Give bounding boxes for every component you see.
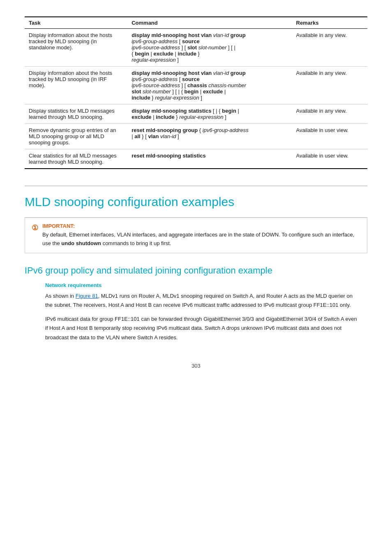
table-row: Display information about the hosts trac… bbox=[25, 29, 367, 67]
paragraph-2: IPv6 multicast data for group FF1E::101 … bbox=[45, 315, 359, 342]
remarks-cell: Available in any view. bbox=[292, 29, 368, 67]
table-header-remarks: Remarks bbox=[292, 17, 368, 29]
remarks-cell: Available in user view. bbox=[292, 124, 368, 149]
network-requirements-section: Network requirements As shown in Figure … bbox=[25, 282, 367, 342]
paragraph-1: As shown in Figure 81, MLDv1 runs on Rou… bbox=[45, 292, 359, 310]
network-req-heading: Network requirements bbox=[45, 282, 359, 288]
task-cell: Clear statistics for all MLD messages le… bbox=[25, 149, 127, 169]
command-cell: reset mld-snooping group { ipv6-group-ad… bbox=[127, 124, 292, 149]
task-cell: Remove dynamic group entries of an MLD s… bbox=[25, 124, 127, 149]
page-number: 303 bbox=[25, 363, 367, 369]
command-cell: display mld-snooping host vlan vlan-id g… bbox=[127, 67, 292, 104]
main-section-heading: MLD snooping configuration examples bbox=[25, 185, 367, 210]
important-box: ① IMPORTANT: By default, Ethernet interf… bbox=[25, 217, 367, 253]
subsection-heading: IPv6 group policy and simulated joining … bbox=[25, 265, 367, 277]
table-row: Display information about the hosts trac… bbox=[25, 67, 367, 104]
command-table: Task Command Remarks Display information… bbox=[25, 16, 367, 169]
table-header-command: Command bbox=[127, 17, 292, 29]
table-row: Clear statistics for all MLD messages le… bbox=[25, 149, 367, 169]
command-cell: reset mld-snooping statistics bbox=[127, 149, 292, 169]
important-content: IMPORTANT: By default, Ethernet interfac… bbox=[42, 223, 360, 248]
table-row: Display statistics for MLD messages lear… bbox=[25, 104, 367, 124]
remarks-cell: Available in any view. bbox=[292, 104, 368, 124]
table-row: Remove dynamic group entries of an MLD s… bbox=[25, 124, 367, 149]
important-text: By default, Ethernet interfaces, VLAN in… bbox=[42, 231, 360, 248]
important-icon: ① bbox=[32, 223, 38, 232]
task-cell: Display information about the hosts trac… bbox=[25, 67, 127, 104]
figure-81-link[interactable]: Figure 81 bbox=[76, 293, 98, 299]
important-label: IMPORTANT: bbox=[42, 223, 360, 229]
task-cell: Display statistics for MLD messages lear… bbox=[25, 104, 127, 124]
remarks-cell: Available in any view. bbox=[292, 67, 368, 104]
command-cell: display mld-snooping statistics [ | { be… bbox=[127, 104, 292, 124]
remarks-cell: Available in user view. bbox=[292, 149, 368, 169]
command-cell: display mld-snooping host vlan vlan-id g… bbox=[127, 29, 292, 67]
task-cell: Display information about the hosts trac… bbox=[25, 29, 127, 67]
table-header-task: Task bbox=[25, 17, 127, 29]
